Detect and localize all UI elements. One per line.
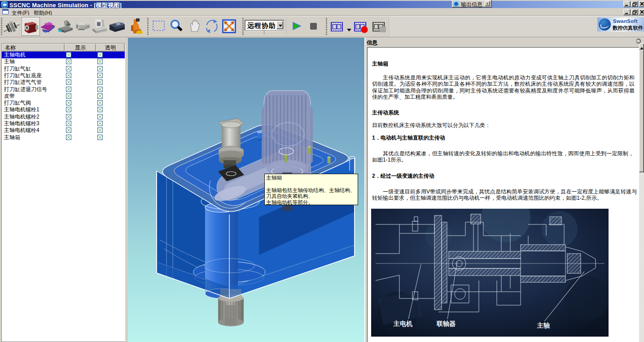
svg-text:主轴: 主轴	[537, 322, 550, 329]
svg-text:主电机: 主电机	[393, 320, 413, 327]
svg-text:联轴器: 联轴器	[436, 320, 456, 327]
